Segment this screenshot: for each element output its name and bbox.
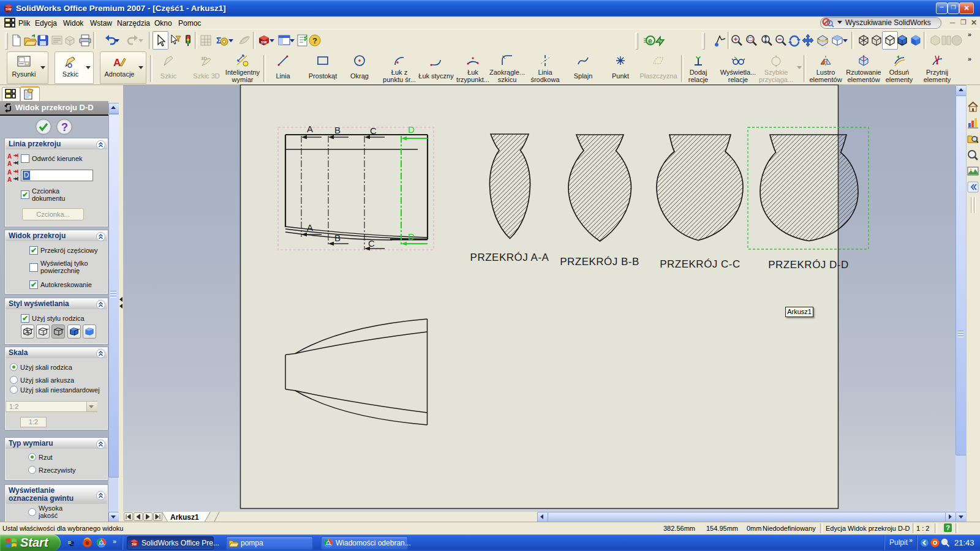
svg-text:?: ?	[312, 36, 317, 45]
svg-text:SW: SW	[132, 542, 137, 546]
svg-text:A: A	[307, 222, 314, 233]
svg-text:e: e	[69, 538, 74, 548]
svg-text:e: e	[648, 37, 652, 45]
svg-text:D: D	[408, 124, 415, 135]
svg-text:PRZEKRÓJ C-C: PRZEKRÓJ C-C	[660, 258, 741, 270]
svg-text:A: A	[7, 176, 12, 182]
svg-text:C: C	[370, 126, 377, 136]
svg-text:B: B	[334, 233, 341, 243]
svg-text:?: ?	[61, 121, 68, 133]
svg-text:SW: SW	[261, 40, 267, 44]
svg-text:A: A	[113, 57, 121, 69]
svg-text:A: A	[7, 160, 12, 167]
svg-text:SW: SW	[6, 7, 12, 11]
svg-text:A: A	[7, 169, 12, 176]
svg-text:A: A	[7, 153, 12, 160]
svg-text:D: D	[408, 231, 415, 242]
svg-text:A: A	[307, 124, 314, 134]
svg-text:PRZEKRÓJ D-D: PRZEKRÓJ D-D	[768, 259, 849, 271]
svg-text:C: C	[368, 238, 375, 249]
svg-text:PRZEKRÓJ A-A: PRZEKRÓJ A-A	[470, 252, 549, 263]
svg-text:B: B	[334, 125, 341, 135]
svg-text:PRZEKRÓJ B-B: PRZEKRÓJ B-B	[560, 256, 639, 268]
